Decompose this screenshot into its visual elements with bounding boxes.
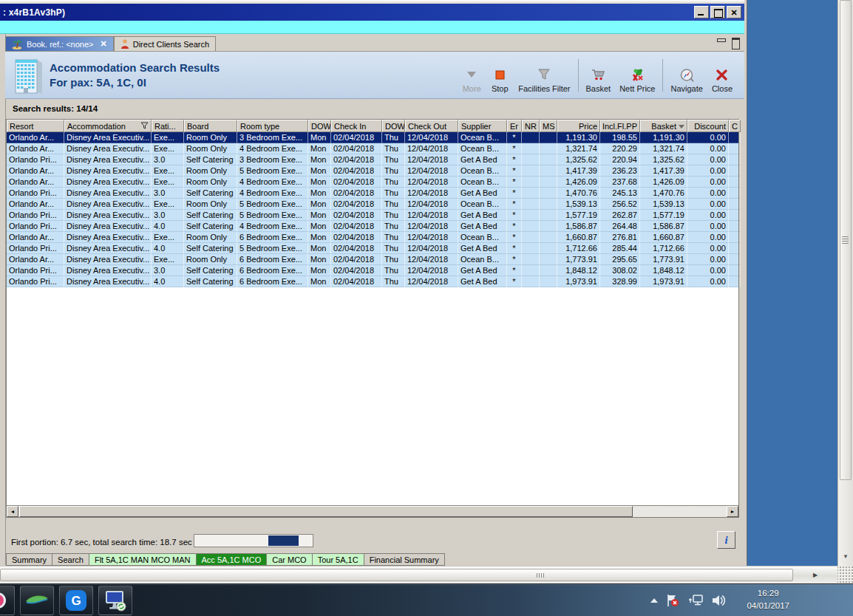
column-header[interactable]: Check In — [331, 120, 382, 132]
tray-expand-icon[interactable] — [650, 598, 658, 603]
table-cell: 12/04/2018 — [405, 165, 458, 177]
window-titlebar[interactable]: : x4rB1Av3hP) — [0, 4, 744, 21]
bottom-tab-acc-5a-1c-mco[interactable]: Acc 5A,1C MCO — [197, 553, 268, 566]
stop-button[interactable]: Stop — [486, 58, 514, 93]
column-header[interactable]: Basket — [640, 120, 687, 132]
table-row[interactable]: Orlando Ar...Disney Area Executiv...Exe.… — [7, 177, 738, 188]
column-header[interactable]: MS — [540, 120, 557, 132]
table-cell: 285.44 — [600, 243, 640, 254]
taskbar-app-g[interactable]: G — [59, 586, 93, 615]
table-cell: Ocean B... — [458, 254, 507, 265]
scroll-right-icon[interactable]: ▶ — [809, 569, 821, 581]
scroll-down-icon[interactable]: ▼ — [840, 551, 852, 563]
table-cell: 1,426.09 — [557, 177, 600, 188]
column-header-label: DOW — [311, 122, 331, 131]
column-header[interactable]: Discount — [687, 120, 729, 132]
table-cell: 0.00 — [687, 265, 729, 276]
bottom-tab-summary[interactable]: Summary — [6, 553, 52, 566]
column-header[interactable]: Check Out — [405, 120, 458, 132]
table-row[interactable]: Orlando Pri...Disney Area Executiv...4.0… — [7, 276, 738, 287]
table-cell: 236.23 — [600, 165, 640, 177]
table-row[interactable]: Orlando Pri...Disney Area Executiv...3.0… — [7, 188, 738, 199]
volume-icon[interactable] — [711, 593, 727, 608]
maximize-button[interactable] — [710, 6, 725, 18]
scrollbar-thumb[interactable] — [0, 569, 793, 581]
expand-pane-icon[interactable] — [730, 38, 740, 47]
more-button[interactable]: More — [458, 58, 486, 93]
bottom-tab-search[interactable]: Search — [52, 553, 89, 566]
column-header[interactable]: Incl.Fl.PP — [600, 120, 640, 132]
taskbar-app-remote-desktop[interactable] — [98, 586, 132, 615]
column-header-label: Resort — [10, 122, 33, 131]
table-row[interactable]: Orlando Ar...Disney Area Executiv...Exe.… — [7, 199, 738, 210]
column-header[interactable]: Price — [557, 120, 600, 132]
column-header[interactable]: Accommodation — [64, 120, 152, 132]
table-row[interactable]: Orlando Pri...Disney Area Executiv...3.0… — [7, 154, 738, 165]
tab-close-icon[interactable]: ✕ — [101, 39, 107, 49]
table-cell: 4 Bedroom Exe... — [237, 177, 308, 188]
column-header[interactable]: C — [729, 120, 741, 132]
tab-booking-ref[interactable]: Book. ref.: <none> ✕ — [5, 36, 114, 51]
bottom-tab-car-mco[interactable]: Car MCO — [267, 553, 312, 566]
table-row[interactable]: Orlando Pri...Disney Area Executiv...3.0… — [7, 265, 738, 276]
facilities-filter-icon — [537, 65, 551, 84]
nett-price-button[interactable]: Nett Price — [615, 58, 659, 93]
table-cell: 02/04/2018 — [331, 243, 382, 254]
table-row[interactable]: Orlando Ar...Disney Area Executiv...Exe.… — [7, 232, 738, 243]
filter-funnel-icon[interactable] — [140, 122, 149, 131]
table-header-row: ResortAccommodationRati...BoardRoom type… — [7, 120, 738, 132]
scrollbar-thumb[interactable] — [19, 506, 633, 517]
scroll-right-icon[interactable]: ► — [727, 506, 738, 517]
table-cell — [729, 276, 741, 287]
outer-vertical-scrollbar[interactable]: ▼ — [837, 0, 853, 566]
column-header[interactable]: NR — [522, 120, 540, 132]
bottom-tab-financial-summary[interactable]: Financial Summary — [364, 553, 445, 566]
action-center-flag-icon[interactable] — [665, 593, 680, 608]
table-cell: 4.0 — [152, 243, 184, 254]
table-row[interactable]: Orlando Ar...Disney Area Executiv...Exe.… — [7, 132, 738, 143]
column-header[interactable]: DOW — [308, 120, 331, 132]
table-cell — [522, 143, 540, 154]
table-cell — [522, 254, 540, 265]
page-title: Accommodation Search Results — [50, 61, 220, 75]
clock[interactable]: 16:29 04/01/2017 — [747, 587, 789, 612]
info-button[interactable]: i — [717, 531, 735, 549]
table-row[interactable]: Orlando Pri...Disney Area Executiv...4.0… — [7, 221, 738, 232]
search-timing-text: First portion: 6.7 sec, total search tim… — [11, 538, 192, 547]
minimize-button[interactable] — [694, 6, 709, 18]
table-row[interactable]: Orlando Ar...Disney Area Executiv...Exe.… — [7, 254, 738, 265]
column-header[interactable]: Resort — [7, 120, 64, 132]
resize-grip[interactable] — [837, 566, 853, 584]
scroll-left-icon[interactable]: ◄ — [7, 506, 18, 517]
column-header[interactable]: Room type — [237, 120, 308, 132]
navigate-button[interactable]: Navigate — [666, 58, 707, 93]
basket-button[interactable]: Basket — [582, 58, 616, 93]
table-cell: 6 Bedroom Exe... — [237, 232, 308, 243]
table-row[interactable]: Orlando Ar...Disney Area Executiv...Exe.… — [7, 143, 738, 154]
column-header[interactable]: Rati... — [152, 120, 184, 132]
table-cell: Mon — [308, 188, 331, 199]
tab-direct-clients-search[interactable]: Direct Clients Search — [114, 36, 216, 51]
table-cell: Self Catering — [184, 276, 237, 287]
table-cell: Exe... — [152, 177, 184, 188]
close-window-button[interactable] — [727, 6, 741, 18]
table-cell: 02/04/2018 — [331, 188, 382, 199]
column-header[interactable]: Er — [507, 120, 522, 132]
bottom-tab-tour-5a-1c[interactable]: Tour 5A,1C — [313, 553, 364, 566]
collapse-pane-icon[interactable] — [716, 38, 726, 47]
network-icon[interactable] — [687, 593, 704, 608]
table-cell: Thu — [382, 165, 405, 177]
taskbar-app-lens[interactable] — [20, 586, 54, 615]
close-results-button[interactable]: Close — [707, 58, 737, 93]
bottom-tab-flt-5a-1c-man-mco-man[interactable]: Flt 5A,1C MAN MCO MAN — [89, 553, 197, 566]
facilities-filter-button[interactable]: Facilities Filter — [514, 58, 574, 93]
table-row[interactable]: Orlando Pri...Disney Area Executiv...4.0… — [7, 243, 738, 254]
column-header[interactable]: DOW — [382, 120, 405, 132]
taskbar-app-partial[interactable] — [0, 586, 15, 615]
column-header[interactable]: Board — [184, 120, 237, 132]
table-horizontal-scrollbar[interactable]: ◄ ► — [7, 505, 738, 517]
column-header[interactable]: Supplier — [458, 120, 507, 132]
table-row[interactable]: Orlando Pri...Disney Area Executiv...3.0… — [7, 210, 738, 221]
outer-horizontal-scrollbar[interactable]: ▶ — [0, 566, 837, 584]
table-row[interactable]: Orlando Ar...Disney Area Executiv...Exe.… — [7, 165, 738, 177]
